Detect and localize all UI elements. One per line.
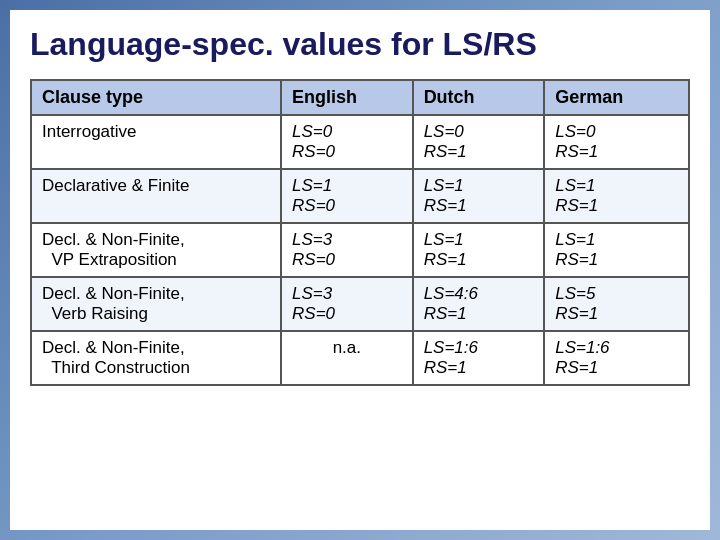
cell-dutch: LS=0RS=1	[413, 115, 545, 169]
data-table: Clause type English Dutch German Interro…	[30, 79, 690, 386]
header-dutch: Dutch	[413, 80, 545, 115]
header-clause-type: Clause type	[31, 80, 281, 115]
cell-dutch: LS=4:6RS=1	[413, 277, 545, 331]
table-row: Decl. & Non-Finite, VP ExtrapositionLS=3…	[31, 223, 689, 277]
cell-dutch: LS=1RS=1	[413, 223, 545, 277]
cell-dutch: LS=1RS=1	[413, 169, 545, 223]
cell-english: n.a.	[281, 331, 413, 385]
cell-english: LS=3RS=0	[281, 277, 413, 331]
cell-clause: Decl. & Non-Finite, Verb Raising	[31, 277, 281, 331]
table-row: Decl. & Non-Finite, Verb RaisingLS=3RS=0…	[31, 277, 689, 331]
cell-english: LS=3RS=0	[281, 223, 413, 277]
cell-clause: Decl. & Non-Finite, VP Extraposition	[31, 223, 281, 277]
header-english: English	[281, 80, 413, 115]
header-german: German	[544, 80, 689, 115]
cell-clause: Interrogative	[31, 115, 281, 169]
table-row: Declarative & FiniteLS=1RS=0LS=1RS=1LS=1…	[31, 169, 689, 223]
cell-german: LS=1RS=1	[544, 169, 689, 223]
table-row: InterrogativeLS=0RS=0LS=0RS=1LS=0RS=1	[31, 115, 689, 169]
cell-english: LS=0RS=0	[281, 115, 413, 169]
slide-container: Language-spec. values for LS/RS Clause t…	[10, 10, 710, 530]
cell-dutch: LS=1:6RS=1	[413, 331, 545, 385]
cell-english: LS=1RS=0	[281, 169, 413, 223]
table-row: Decl. & Non-Finite, Third Constructionn.…	[31, 331, 689, 385]
slide-title: Language-spec. values for LS/RS	[30, 26, 690, 67]
cell-clause: Declarative & Finite	[31, 169, 281, 223]
cell-german: LS=5RS=1	[544, 277, 689, 331]
cell-clause: Decl. & Non-Finite, Third Construction	[31, 331, 281, 385]
cell-german: LS=1:6RS=1	[544, 331, 689, 385]
cell-german: LS=0RS=1	[544, 115, 689, 169]
cell-german: LS=1RS=1	[544, 223, 689, 277]
